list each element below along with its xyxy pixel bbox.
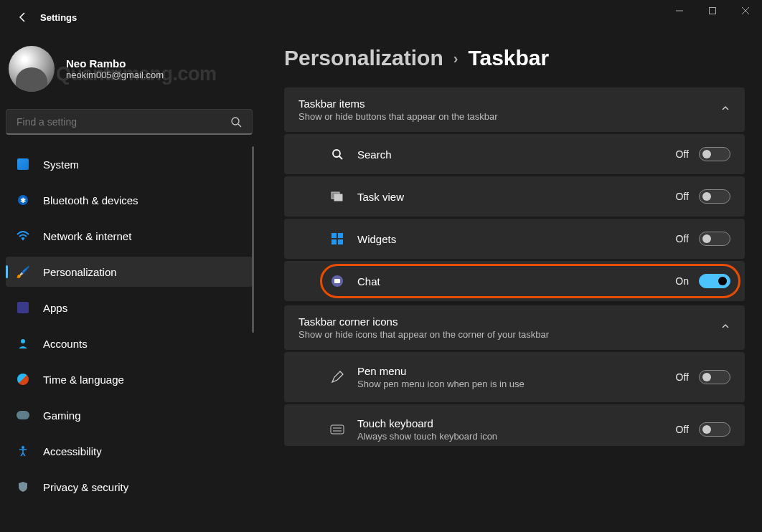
chevron-right-icon: › (453, 50, 458, 67)
apps-icon (17, 302, 29, 313)
taskview-icon (330, 189, 344, 204)
toggle-pen-menu[interactable] (699, 370, 730, 384)
accessibility-icon (16, 444, 30, 458)
svg-rect-16 (338, 239, 343, 244)
sidebar-item-personalization[interactable]: 🖌️ Personalization (6, 257, 253, 287)
chevron-up-icon (720, 103, 730, 116)
toggle-taskview[interactable] (699, 189, 730, 204)
svg-line-5 (238, 124, 241, 127)
person-icon (16, 336, 30, 351)
svg-point-7 (21, 339, 25, 343)
search-input[interactable] (17, 116, 230, 128)
sidebar-item-apps[interactable]: Apps (6, 293, 253, 323)
chevron-up-icon (720, 321, 730, 334)
row-widgets: Widgets Off (284, 219, 745, 259)
paintbrush-icon: 🖌️ (16, 265, 30, 279)
row-touch-keyboard: Touch keyboard Always show touch keyboar… (284, 404, 745, 446)
bluetooth-icon: ✱ (18, 195, 28, 205)
svg-line-10 (339, 156, 342, 159)
svg-rect-1 (710, 8, 716, 14)
svg-rect-14 (338, 233, 343, 238)
pen-icon (330, 370, 344, 384)
shield-icon (16, 480, 30, 494)
profile-email: neokim005@gmail.com (66, 70, 164, 80)
breadcrumb: Personalization › Taskbar (284, 46, 745, 70)
toggle-chat[interactable] (699, 274, 730, 288)
row-search: Search Off (284, 134, 745, 174)
toggle-state: Off (676, 371, 689, 383)
toggle-state: On (675, 275, 689, 287)
maximize-icon (709, 7, 716, 14)
sidebar-item-gaming[interactable]: Gaming (6, 400, 253, 430)
svg-rect-13 (331, 233, 337, 238)
minimize-button[interactable] (663, 0, 696, 22)
display-icon (17, 158, 29, 170)
search-icon (230, 116, 242, 128)
svg-point-6 (22, 239, 24, 240)
wifi-icon (16, 229, 30, 243)
arrow-left-icon (17, 11, 29, 23)
avatar (9, 46, 55, 92)
row-taskview: Task view Off (284, 176, 745, 217)
search-box[interactable] (6, 109, 253, 135)
svg-point-9 (333, 150, 340, 157)
gamepad-icon (17, 411, 29, 419)
minimize-icon (676, 7, 683, 14)
row-pen-menu: Pen menu Show pen menu icon when pen is … (284, 352, 745, 402)
svg-rect-19 (331, 425, 344, 434)
close-icon (742, 7, 749, 14)
sidebar-scrollbar[interactable] (252, 146, 254, 333)
sidebar-item-system[interactable]: System (6, 149, 253, 179)
toggle-touch-keyboard[interactable] (699, 422, 730, 437)
svg-rect-18 (334, 279, 340, 283)
section-header-corner-icons[interactable]: Taskbar corner icons Show or hide icons … (284, 305, 745, 350)
svg-point-8 (22, 446, 24, 449)
breadcrumb-parent[interactable]: Personalization (284, 46, 443, 70)
sidebar-item-time[interactable]: Time & language (6, 364, 253, 394)
chat-icon (330, 274, 344, 288)
svg-point-4 (232, 118, 239, 125)
toggle-widgets[interactable] (699, 232, 730, 246)
toggle-state: Off (676, 233, 689, 244)
toggle-state: Off (676, 148, 689, 160)
row-chat: Chat On (284, 261, 745, 301)
keyboard-icon (330, 422, 344, 437)
profile-block[interactable]: Quantrimang.com Neo Rambo neokim005@gmai… (6, 34, 253, 103)
widgets-icon (330, 232, 344, 246)
sidebar-item-privacy[interactable]: Privacy & security (6, 472, 253, 502)
close-button[interactable] (729, 0, 762, 22)
svg-rect-12 (334, 194, 342, 201)
search-icon (330, 147, 344, 161)
globe-clock-icon (17, 374, 29, 385)
profile-name: Neo Rambo (66, 57, 164, 70)
svg-rect-15 (331, 239, 337, 244)
sidebar-item-network[interactable]: Network & internet (6, 221, 253, 251)
toggle-state: Off (676, 191, 689, 202)
sidebar-item-accessibility[interactable]: Accessibility (6, 436, 253, 466)
section-header-taskbar-items[interactable]: Taskbar items Show or hide buttons that … (284, 87, 745, 132)
sidebar-item-bluetooth[interactable]: ✱ Bluetooth & devices (6, 185, 253, 215)
toggle-state: Off (676, 424, 689, 435)
toggle-search[interactable] (699, 147, 730, 161)
back-button[interactable] (9, 3, 37, 32)
sidebar-item-accounts[interactable]: Accounts (6, 328, 253, 358)
maximize-button[interactable] (696, 0, 729, 22)
window-title: Settings (40, 12, 77, 23)
page-title: Taskbar (468, 46, 549, 70)
